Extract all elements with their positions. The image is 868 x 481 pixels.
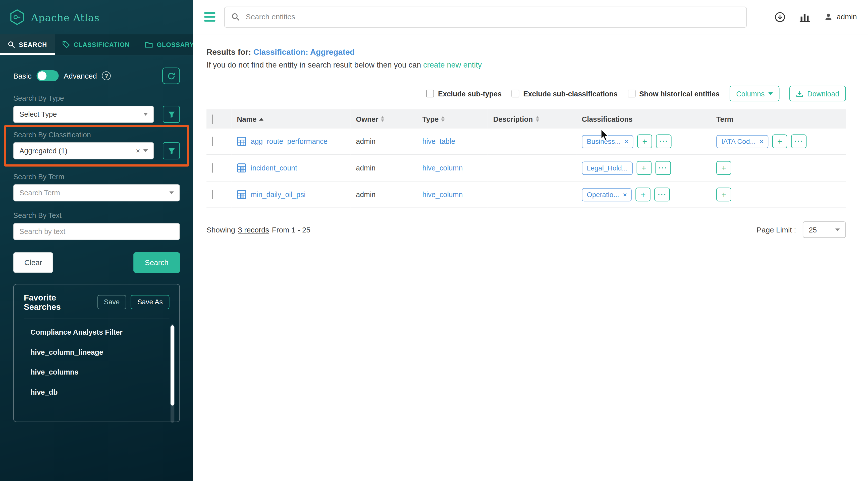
header-owner[interactable]: Owner (356, 115, 411, 123)
tab-classification[interactable]: CLASSIFICATION (55, 34, 137, 55)
search-by-classification-row: Aggregated (1) × (13, 142, 180, 159)
add-classification-button[interactable]: + (637, 134, 652, 148)
row-checkbox[interactable] (212, 136, 213, 146)
remove-classification-icon[interactable]: × (623, 191, 627, 198)
show-historical-label: Show historical entities (639, 89, 719, 98)
main-panel: admin Results for: Classification: Aggre… (193, 0, 868, 481)
remove-classification-icon[interactable]: × (625, 138, 628, 145)
list-item[interactable]: hive_columns (30, 368, 179, 376)
atlas-hexagon-icon (9, 9, 25, 25)
classification-chip: Business... × (582, 135, 633, 148)
create-new-entity-link[interactable]: create new entity (423, 60, 482, 69)
term-select[interactable]: Search Term (13, 184, 180, 201)
owner-cell: admin (356, 164, 375, 172)
records-count-link[interactable]: 3 records (238, 225, 269, 234)
downloads-circle-icon[interactable] (775, 11, 786, 22)
more-terms-button[interactable]: ··· (791, 134, 807, 148)
list-item[interactable]: hive_column_lineage (30, 348, 179, 356)
header-type[interactable]: Type (423, 115, 482, 123)
type-filter-button[interactable] (163, 106, 180, 123)
exclude-subtypes-checkbox[interactable] (427, 90, 434, 97)
search-actions: Clear Search (13, 252, 180, 273)
folder-icon (145, 41, 153, 48)
more-classifications-button[interactable]: ··· (656, 134, 672, 148)
header-description[interactable]: Description (493, 115, 571, 123)
classification-chip: Operatio... × (582, 188, 632, 201)
user-menu[interactable]: admin (824, 13, 857, 21)
hive-table-icon (237, 136, 246, 146)
more-classifications-button[interactable]: ··· (655, 161, 671, 175)
atlas-logo[interactable]: Apache Atlas (0, 0, 193, 34)
clear-button[interactable]: Clear (13, 252, 53, 273)
topbar-icons: admin (775, 11, 857, 22)
more-classifications-button[interactable]: ··· (654, 188, 670, 201)
basic-advanced-toggle[interactable] (37, 70, 59, 81)
columns-button[interactable]: Columns (730, 86, 780, 101)
entity-name-link[interactable]: incident_count (251, 164, 297, 172)
clear-selection-icon[interactable]: × (136, 147, 140, 154)
show-historical-checkbox[interactable] (628, 90, 636, 97)
user-icon (824, 13, 833, 21)
save-as-button[interactable]: Save As (131, 295, 169, 309)
add-classification-button[interactable]: + (637, 161, 651, 175)
type-select[interactable]: Select Type (13, 106, 154, 123)
hive-column-icon (237, 190, 246, 199)
exclude-subclassifications-option: Exclude sub-classifications (512, 89, 618, 98)
help-icon[interactable]: ? (102, 71, 111, 80)
search-button[interactable]: Search (133, 252, 180, 273)
search-entities-input[interactable] (245, 12, 739, 21)
header-name[interactable]: Name (237, 115, 345, 123)
entity-name-link[interactable]: min_daily_oil_psi (251, 190, 305, 199)
results-content: Results for: Classification: Aggregated … (193, 34, 868, 251)
download-button[interactable]: Download (789, 86, 846, 101)
page-limit-select[interactable]: 25 (803, 221, 846, 238)
classification-filter-button[interactable] (163, 142, 180, 159)
menu-icon[interactable] (204, 12, 215, 21)
refresh-button[interactable] (162, 67, 180, 84)
list-item[interactable]: hive_db (30, 388, 179, 396)
term-select-placeholder: Search Term (19, 189, 60, 197)
list-item[interactable]: Compliance Analysts Filter (30, 328, 179, 336)
statistics-icon[interactable] (800, 12, 810, 22)
row-checkbox[interactable] (212, 190, 213, 199)
apache-atlas-app: Apache Atlas SEARCH CLASSIFICATION (0, 0, 868, 481)
results-for-label: Results for: (207, 48, 251, 57)
logo-text: Apache Atlas (31, 11, 99, 23)
add-term-button[interactable]: + (772, 134, 787, 148)
add-classification-button[interactable]: + (636, 188, 651, 201)
tab-glossary-label: GLOSSARY (157, 41, 194, 48)
header-term: Term (716, 115, 733, 123)
chevron-down-icon (169, 192, 174, 194)
toggle-knob (38, 71, 46, 80)
search-by-term-label: Search By Term (13, 173, 180, 181)
chevron-down-icon (144, 149, 148, 152)
entity-type-link[interactable]: hive_table (423, 137, 455, 146)
topbar: admin (193, 0, 868, 34)
add-term-button[interactable]: + (716, 188, 732, 201)
add-term-button[interactable]: + (716, 161, 732, 175)
table-row: min_daily_oil_psi admin hive_column Oper… (207, 181, 846, 208)
scrollbar-thumb[interactable] (170, 325, 174, 406)
row-checkbox[interactable] (212, 163, 213, 172)
remove-term-icon[interactable]: × (760, 138, 763, 145)
results-for-line: Results for: Classification: Aggregated (207, 48, 846, 57)
search-icon (8, 41, 15, 48)
tab-glossary[interactable]: GLOSSARY (137, 34, 202, 55)
term-chip: IATA Cod... × (716, 135, 768, 148)
save-button[interactable]: Save (97, 295, 126, 309)
results-for-value[interactable]: Classification: Aggregated (253, 48, 355, 57)
search-text-input[interactable] (13, 223, 180, 240)
tab-search[interactable]: SEARCH (0, 34, 55, 55)
favorite-searches-panel: Favorite Searches Save Save As Complianc… (13, 284, 180, 422)
exclude-subclassifications-checkbox[interactable] (512, 90, 519, 97)
entity-type-link[interactable]: hive_column (423, 190, 463, 199)
entity-type-link[interactable]: hive_column (423, 164, 463, 172)
entity-name-link[interactable]: agg_route_performance (251, 137, 328, 146)
select-all-checkbox[interactable] (212, 114, 213, 124)
classification-select[interactable]: Aggregated (1) × (13, 142, 154, 159)
tag-icon (63, 41, 70, 48)
search-icon (231, 13, 240, 21)
table-controls: Exclude sub-types Exclude sub-classifica… (207, 86, 846, 101)
search-by-classification-label: Search By Classification (13, 131, 180, 139)
page-limit-value: 25 (809, 225, 817, 234)
